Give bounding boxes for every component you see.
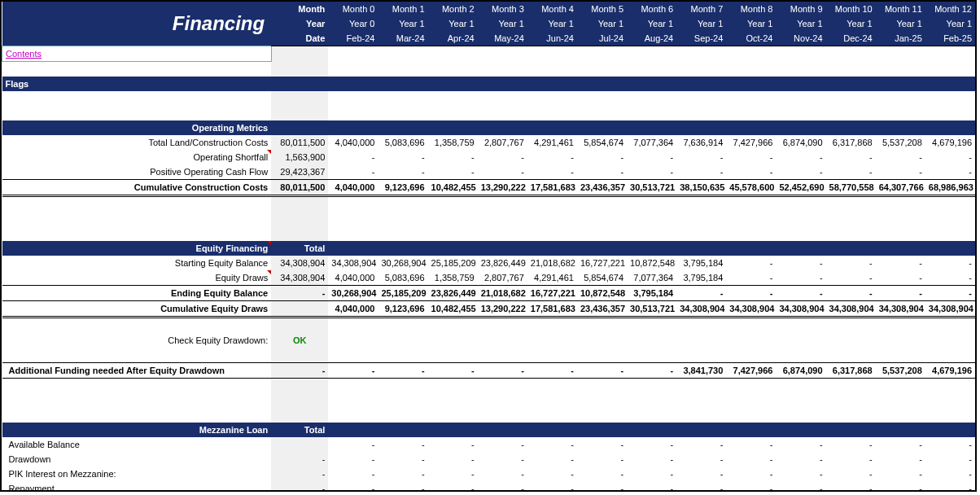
row-positive-cash-flow: Positive Operating Cash Flow 29,423,367 …: [2, 164, 976, 180]
row-check-drawdown: Check Equity Drawdown: OK: [2, 333, 976, 348]
row-cumulative-construction: Cumulative Construction Costs 80,011,500…: [2, 180, 976, 196]
section-operating-metrics: Operating Metrics: [2, 120, 272, 135]
hdr-month-label: Month: [271, 2, 328, 16]
section-equity-financing: Equity Financing: [2, 241, 272, 256]
section-flags: Flags: [2, 77, 272, 91]
row-mezz-drawdown: Drawdown- -------------: [2, 452, 976, 467]
row-starting-equity: Starting Equity Balance 34,308,904 34,30…: [2, 256, 976, 270]
page-title: Financing: [2, 2, 272, 46]
hdr-year-label: Year: [271, 16, 328, 31]
hdr-date-label: Date: [271, 31, 328, 46]
spreadsheet-page: Financing Month Month 0Month 1Month 2Mon…: [0, 0, 977, 492]
row-operating-shortfall: Operating Shortfall 1,563,900 ----------…: [2, 150, 976, 164]
row-mezz-repayment: Repayment- -------------: [2, 481, 976, 492]
row-ending-equity: Ending Equity Balance - 30,268,90425,185…: [2, 286, 976, 301]
row-construction-costs: Total Land/Construction Costs 80,011,500…: [2, 135, 976, 150]
row-cumulative-equity-draws: Cumulative Equity Draws 4,040,0009,123,6…: [2, 301, 976, 318]
row-mezz-pik: PIK Interest on Mezzanine:- ------------…: [2, 467, 976, 481]
row-mezz-available: Available Balance -------------: [2, 437, 976, 452]
month-0: Month 0: [328, 2, 378, 16]
row-equity-draws: Equity Draws 34,308,904 4,040,0005,083,6…: [2, 270, 976, 286]
financing-table: Financing Month Month 0Month 1Month 2Mon…: [2, 2, 975, 492]
check-status: OK: [271, 333, 328, 348]
section-mezzanine: Mezzanine Loan: [2, 423, 272, 437]
row-additional-funding: Additional Funding needed After Equity D…: [2, 363, 976, 379]
contents-link[interactable]: Contents: [2, 46, 272, 62]
